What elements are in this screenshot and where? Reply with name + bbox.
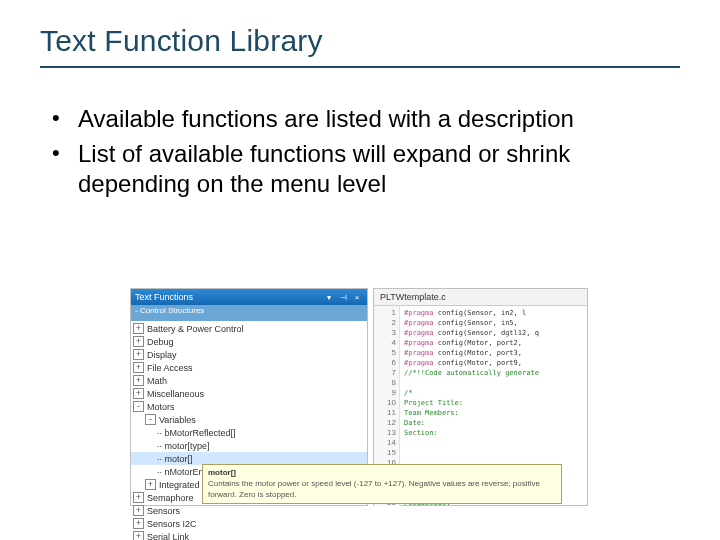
ide-screenshot: Text Functions ▾ ⊣ × - Control Structure… [130, 288, 590, 506]
tree-row[interactable]: ·· bMotorReflected[] [131, 426, 367, 439]
function-tooltip: motor[] Contains the motor power or spee… [202, 464, 562, 504]
tree-label: Sensors I2C [147, 519, 197, 529]
code-line: #pragma config(Sensor, in5, [404, 318, 587, 328]
tree-row[interactable]: -Motors [131, 400, 367, 413]
expand-icon[interactable]: + [133, 323, 144, 334]
bullet-item: Available functions are listed with a de… [52, 104, 652, 135]
expand-icon[interactable]: + [133, 492, 144, 503]
close-icon[interactable]: × [351, 291, 363, 303]
code-line: #pragma config(Sensor, in2, l [404, 308, 587, 318]
tree-row[interactable]: +Math [131, 374, 367, 387]
tree-row[interactable]: +Serial Link [131, 530, 367, 540]
code-line: //*!!Code automatically generate [404, 368, 587, 378]
code-line: Team Members: [404, 408, 587, 418]
dropdown-icon[interactable]: ▾ [323, 291, 335, 303]
expand-icon[interactable]: + [133, 505, 144, 516]
tree-label: ·· motor[] [157, 454, 193, 464]
tree-label: Debug [147, 337, 174, 347]
expand-icon[interactable]: + [133, 336, 144, 347]
tree-label: Variables [159, 415, 196, 425]
tree-label: Battery & Power Control [147, 324, 244, 334]
expand-icon[interactable]: + [133, 362, 144, 373]
panel-header-controls[interactable]: ▾ ⊣ × [323, 291, 363, 303]
bullet-item: List of available functions will expand … [52, 139, 652, 200]
tree-label: Serial Link [147, 532, 189, 541]
tree-label: Motors [147, 402, 175, 412]
tree-row[interactable]: +Display [131, 348, 367, 361]
code-line [404, 378, 587, 388]
tree-label: Integrated [159, 480, 200, 490]
editor-tab[interactable]: PLTWtemplate.c [374, 289, 587, 306]
expand-icon[interactable]: + [133, 388, 144, 399]
expand-icon[interactable]: + [133, 375, 144, 386]
tree-row[interactable]: +Sensors I2C [131, 517, 367, 530]
title-underline [40, 66, 680, 68]
tree-label: Sensors [147, 506, 180, 516]
code-line: #pragma config(Motor, port3, [404, 348, 587, 358]
code-line [404, 438, 587, 448]
tree-label: File Access [147, 363, 193, 373]
tree-row[interactable]: +Miscellaneous [131, 387, 367, 400]
slide: Text Function Library Available function… [0, 0, 720, 540]
tree-label: Display [147, 350, 177, 360]
tree-row[interactable]: -Variables [131, 413, 367, 426]
tab-label: PLTWtemplate.c [380, 292, 446, 302]
tree-row[interactable]: ·· motor[type] [131, 439, 367, 452]
tree-label: Semaphore [147, 493, 194, 503]
expand-icon[interactable]: + [133, 531, 144, 540]
expand-icon[interactable]: + [133, 518, 144, 529]
tree-row[interactable]: +Debug [131, 335, 367, 348]
function-tree[interactable]: +Battery & Power Control+Debug+Display+F… [131, 321, 367, 540]
slide-title: Text Function Library [40, 24, 323, 58]
tree-label: ·· bMotorReflected[] [157, 428, 236, 438]
code-line: #pragma config(Motor, port9, [404, 358, 587, 368]
code-line: #pragma config(Motor, port2, [404, 338, 587, 348]
code-line: Project Title: [404, 398, 587, 408]
tree-row[interactable]: +Sensors [131, 504, 367, 517]
category-selector[interactable]: - Control Structures [131, 305, 367, 321]
tree-label: ·· motor[type] [157, 441, 210, 451]
tree-row[interactable]: +Battery & Power Control [131, 322, 367, 335]
panel-title: Text Functions [135, 292, 193, 302]
panel-header[interactable]: Text Functions ▾ ⊣ × [131, 289, 367, 305]
tree-label: Miscellaneous [147, 389, 204, 399]
tooltip-body: Contains the motor power or speed level … [208, 479, 556, 500]
tree-label: Math [147, 376, 167, 386]
expand-icon[interactable]: + [145, 479, 156, 490]
code-line: /* [404, 388, 587, 398]
collapse-icon[interactable]: - [133, 401, 144, 412]
code-line: Section: [404, 428, 587, 438]
bullet-list: Available functions are listed with a de… [52, 104, 652, 204]
code-line: Date: [404, 418, 587, 428]
expand-icon[interactable]: + [133, 349, 144, 360]
pin-icon[interactable]: ⊣ [337, 291, 349, 303]
tooltip-header: motor[] [208, 468, 556, 478]
code-line: #pragma config(Sensor, dgtl12, q [404, 328, 587, 338]
code-line [404, 448, 587, 458]
tree-row[interactable]: +File Access [131, 361, 367, 374]
collapse-icon[interactable]: - [145, 414, 156, 425]
